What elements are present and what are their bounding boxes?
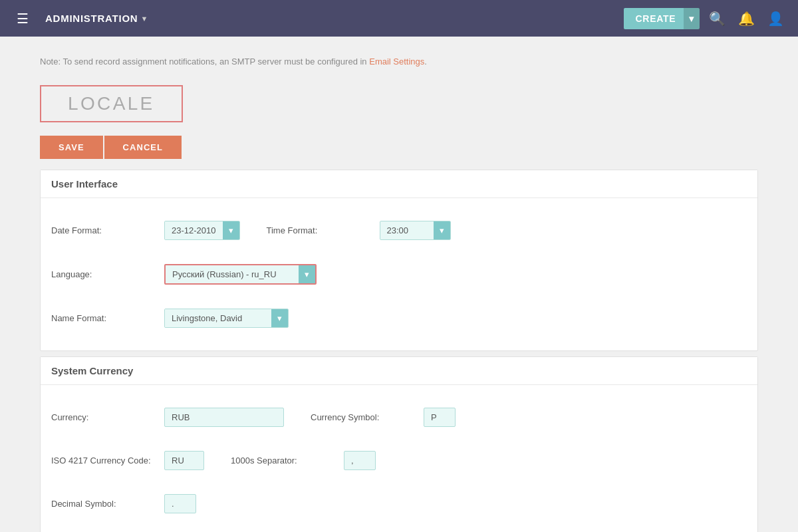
header: ☰ ADMINISTRATION ▼ CREATE ▾ 🔍 🔔 👤	[0, 0, 798, 37]
system-currency-header: System Currency	[41, 357, 757, 385]
system-currency-label: System Currency	[51, 365, 133, 376]
user-interface-section: User Interface Date Format: 23-12-2010 ▾…	[40, 170, 758, 351]
iso-code-label: ISO 4217 Currency Code:	[51, 456, 164, 466]
name-format-label: Name Format:	[51, 313, 164, 323]
iso-code-control	[164, 451, 204, 470]
iso-code-group: ISO 4217 Currency Code:	[51, 444, 204, 477]
note-text: Note: To send record assignment notifica…	[40, 57, 369, 66]
language-arrow[interactable]: ▾	[299, 265, 315, 283]
currency-input[interactable]	[164, 408, 284, 427]
time-format-label: Time Format:	[267, 225, 380, 235]
currency-symbol-input[interactable]	[424, 408, 456, 427]
user-interface-header: User Interface	[41, 170, 757, 198]
decimal-symbol-input[interactable]	[164, 494, 196, 513]
date-format-control: 23-12-2010 ▾	[164, 221, 240, 240]
smtp-note: Note: To send record assignment notifica…	[40, 57, 758, 66]
search-button[interactable]: 🔍	[705, 7, 729, 31]
currency-symbol-label: Currency Symbol:	[311, 412, 424, 422]
save-button[interactable]: SAVE	[40, 136, 103, 159]
currency-label: Currency:	[51, 412, 164, 422]
time-format-dropdown[interactable]: 23:00 ▾	[380, 221, 451, 240]
hamburger-menu-button[interactable]: ☰	[11, 7, 35, 31]
iso-code-input[interactable]	[164, 451, 204, 470]
currency-symbol-control	[424, 408, 456, 427]
action-buttons: SAVE CANCEL	[40, 136, 758, 159]
main-content: Note: To send record assignment notifica…	[0, 37, 798, 532]
time-format-arrow[interactable]: ▾	[434, 221, 450, 239]
language-control: Русский (Russian) - ru_RU ▾	[164, 264, 317, 285]
date-format-label: Date Format:	[51, 225, 164, 235]
locale-title: LOCALE	[68, 93, 155, 114]
header-right: CREATE ▾ 🔍 🔔 👤	[624, 7, 787, 31]
currency-control	[164, 408, 284, 427]
thousands-separator-group: 1000s Separator:	[231, 444, 376, 477]
language-group: Language: Русский (Russian) - ru_RU ▾	[51, 257, 317, 291]
cancel-button[interactable]: CANCEL	[104, 136, 182, 159]
notification-button[interactable]: 🔔	[734, 7, 758, 31]
title-chevron-icon: ▼	[140, 15, 148, 23]
name-format-arrow[interactable]: ▾	[271, 309, 288, 327]
language-value: Русский (Russian) - ru_RU	[166, 265, 299, 283]
date-format-dropdown[interactable]: 23-12-2010 ▾	[164, 221, 240, 240]
system-currency-body: Currency: Currency Symbol: ISO 4217 Curr…	[41, 385, 757, 532]
create-dropdown-arrow[interactable]: ▾	[684, 8, 700, 29]
user-interface-label: User Interface	[51, 178, 118, 190]
notification-icon: 🔔	[738, 11, 755, 27]
date-format-value: 23-12-2010	[165, 221, 223, 239]
decimal-symbol-control	[164, 494, 196, 513]
system-currency-section: System Currency Currency: Currency Symbo…	[40, 356, 758, 532]
currency-group: Currency:	[51, 401, 284, 434]
time-format-control: 23:00 ▾	[380, 221, 451, 240]
thousands-separator-control	[344, 451, 376, 470]
user-profile-button[interactable]: 👤	[763, 7, 787, 31]
admin-title-text: ADMINISTRATION	[45, 13, 138, 24]
email-settings-link[interactable]: Email Settings	[369, 57, 424, 66]
hamburger-icon: ☰	[17, 11, 29, 27]
user-icon: 👤	[767, 11, 784, 27]
name-format-control: Livingstone, David ▾	[164, 309, 289, 328]
header-left: ☰ ADMINISTRATION ▼	[11, 7, 148, 31]
currency-symbol-group: Currency Symbol:	[311, 401, 456, 434]
language-label: Language:	[51, 269, 164, 279]
note-end: .	[424, 57, 427, 66]
thousands-separator-label: 1000s Separator:	[231, 456, 344, 466]
name-format-value: Livingstone, David	[165, 309, 271, 327]
language-dropdown[interactable]: Русский (Russian) - ru_RU ▾	[164, 264, 317, 285]
app-title: ADMINISTRATION ▼	[45, 13, 148, 24]
locale-title-box: LOCALE	[40, 85, 183, 122]
date-format-group: Date Format: 23-12-2010 ▾	[51, 214, 240, 247]
search-icon: 🔍	[709, 11, 726, 27]
name-format-dropdown[interactable]: Livingstone, David ▾	[164, 309, 289, 328]
name-format-group: Name Format: Livingstone, David ▾	[51, 302, 289, 334]
date-format-arrow[interactable]: ▾	[223, 221, 239, 239]
time-format-value: 23:00	[380, 221, 434, 239]
thousands-separator-input[interactable]	[344, 451, 376, 470]
decimal-symbol-label: Decimal Symbol:	[51, 499, 164, 509]
user-interface-body: Date Format: 23-12-2010 ▾ Time Format: 2…	[41, 198, 757, 350]
time-format-group: Time Format: 23:00 ▾	[267, 214, 451, 247]
create-button[interactable]: CREATE ▾	[624, 8, 700, 29]
create-button-label: CREATE	[636, 13, 676, 24]
decimal-symbol-group: Decimal Symbol:	[51, 487, 196, 520]
